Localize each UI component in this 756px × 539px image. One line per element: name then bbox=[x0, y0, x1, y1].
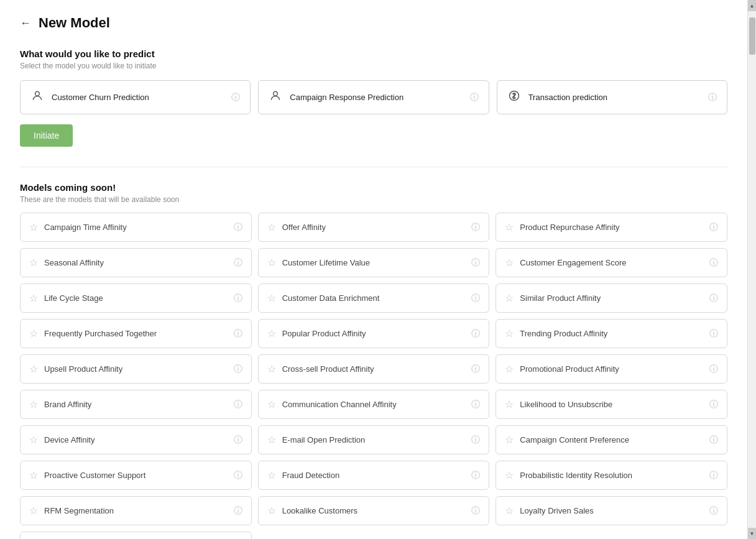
coming-soon-card: ☆ Similar Product Affinity ⓘ bbox=[496, 283, 727, 313]
info-icon[interactable]: ⓘ bbox=[234, 364, 242, 375]
info-icon[interactable]: ⓘ bbox=[470, 92, 479, 103]
info-icon[interactable]: ⓘ bbox=[234, 435, 242, 446]
star-icon: ☆ bbox=[267, 328, 276, 339]
back-button[interactable]: ← bbox=[20, 17, 31, 30]
info-icon[interactable]: ⓘ bbox=[709, 399, 718, 410]
coming-soon-card: ☆ Lookalike Customers ⓘ bbox=[258, 496, 490, 525]
info-icon[interactable]: ⓘ bbox=[709, 364, 718, 375]
info-icon[interactable]: ⓘ bbox=[471, 257, 480, 269]
coming-soon-card-label: Product Repurchase Affinity bbox=[520, 223, 619, 232]
info-icon[interactable]: ⓘ bbox=[471, 470, 480, 481]
coming-soon-card: ☆ Customer Engagement Score ⓘ bbox=[496, 248, 727, 277]
coming-soon-card-label: Promotional Product Affinity bbox=[520, 364, 619, 374]
coming-soon-card: ☆ Trending Product Affinity ⓘ bbox=[496, 319, 727, 348]
coming-soon-card-label: Communication Channel Affinity bbox=[282, 400, 397, 409]
info-icon[interactable]: ⓘ bbox=[231, 92, 240, 103]
coming-soon-card: ☆ Life Cycle Stage ⓘ bbox=[20, 283, 252, 313]
coming-soon-card-label: Lookalike Customers bbox=[282, 506, 357, 515]
coming-soon-card: ☆ Campaign Time Affinity ⓘ bbox=[20, 213, 252, 242]
coming-soon-card: ☆ RFM Segmentation ⓘ bbox=[20, 496, 252, 525]
coming-soon-sublabel: These are the models that will be availa… bbox=[20, 195, 727, 204]
info-icon[interactable]: ⓘ bbox=[234, 222, 242, 233]
coming-soon-card: ☆ Proactive Customer Support ⓘ bbox=[20, 461, 252, 490]
scroll-down-button[interactable]: ▼ bbox=[748, 528, 757, 539]
initiate-button[interactable]: Initiate bbox=[20, 124, 73, 147]
star-icon: ☆ bbox=[29, 292, 38, 304]
star-icon: ☆ bbox=[29, 434, 38, 446]
coming-soon-card-label: Campaign Content Preference bbox=[520, 435, 629, 445]
coming-soon-card: ☆ Promotional Product Affinity ⓘ bbox=[496, 354, 727, 384]
coming-soon-card-label: Popular Product Affinity bbox=[282, 329, 366, 338]
info-icon[interactable]: ⓘ bbox=[471, 293, 480, 304]
svg-point-1 bbox=[274, 91, 278, 96]
info-icon[interactable]: ⓘ bbox=[234, 470, 242, 481]
coming-soon-card-label: Device Affinity bbox=[44, 435, 94, 445]
coming-soon-card: ☆ Likelihood to Unsubscribe ⓘ bbox=[496, 390, 727, 419]
star-icon: ☆ bbox=[267, 398, 276, 410]
model-cards-row: Customer Churn Prediction ⓘ Campaign Res… bbox=[20, 80, 727, 114]
star-icon: ☆ bbox=[29, 469, 38, 481]
model-card-transaction[interactable]: Transaction prediction ⓘ bbox=[497, 80, 727, 114]
info-icon[interactable]: ⓘ bbox=[234, 257, 242, 269]
coming-soon-card-label: Proactive Customer Support bbox=[44, 471, 145, 480]
info-icon[interactable]: ⓘ bbox=[234, 505, 242, 517]
info-icon[interactable]: ⓘ bbox=[471, 505, 480, 517]
coming-soon-card: ☆ Brand Affinity ⓘ bbox=[20, 390, 252, 419]
info-icon[interactable]: ⓘ bbox=[234, 293, 242, 304]
info-icon[interactable]: ⓘ bbox=[471, 222, 480, 233]
star-icon: ☆ bbox=[267, 469, 276, 481]
info-icon[interactable]: ⓘ bbox=[709, 435, 718, 446]
coming-soon-section: Models coming soon! These are the models… bbox=[20, 182, 727, 539]
coming-soon-card-label: Cross-sell Product Affinity bbox=[282, 364, 374, 374]
coming-soon-card: ☆ Popular Product Affinity ⓘ bbox=[258, 319, 490, 348]
info-icon[interactable]: ⓘ bbox=[471, 435, 480, 446]
star-icon: ☆ bbox=[267, 434, 276, 446]
info-icon[interactable]: ⓘ bbox=[709, 293, 718, 304]
coming-soon-card: ☆ Probabilistic Identity Resolution ⓘ bbox=[496, 461, 727, 490]
page-title: New Model bbox=[39, 15, 110, 31]
coming-soon-card-label: Likelihood to Unsubscribe bbox=[520, 400, 612, 409]
scroll-up-button[interactable]: ▲ bbox=[748, 0, 757, 11]
coming-soon-card-label: Campaign Time Affinity bbox=[44, 223, 127, 232]
predict-section: What would you like to predict Select th… bbox=[20, 48, 727, 162]
star-icon: ☆ bbox=[29, 505, 38, 517]
person-icon bbox=[269, 90, 282, 105]
coming-soon-card: ☆ Loyalty Incentives Preference ⓘ bbox=[20, 532, 252, 539]
info-icon[interactable]: ⓘ bbox=[708, 92, 717, 103]
info-icon[interactable]: ⓘ bbox=[709, 222, 718, 233]
star-icon: ☆ bbox=[29, 328, 38, 339]
predict-sublabel: Select the model you would like to initi… bbox=[20, 62, 727, 70]
coming-soon-card-label: Loyalty Driven Sales bbox=[520, 506, 594, 515]
coming-soon-card: ☆ Cross-sell Product Affinity ⓘ bbox=[258, 354, 490, 384]
info-icon[interactable]: ⓘ bbox=[709, 470, 718, 481]
info-icon[interactable]: ⓘ bbox=[709, 328, 718, 339]
star-icon: ☆ bbox=[505, 363, 514, 375]
coming-soon-grid: ☆ Campaign Time Affinity ⓘ ☆ Seasonal Af… bbox=[20, 213, 727, 539]
model-card-customer-churn[interactable]: Customer Churn Prediction ⓘ bbox=[20, 80, 251, 114]
scrollbar-thumb bbox=[749, 17, 755, 55]
info-icon[interactable]: ⓘ bbox=[709, 505, 718, 517]
info-icon[interactable]: ⓘ bbox=[471, 364, 480, 375]
info-icon[interactable]: ⓘ bbox=[234, 399, 242, 410]
section-divider bbox=[20, 167, 727, 167]
star-icon: ☆ bbox=[505, 398, 514, 410]
info-icon[interactable]: ⓘ bbox=[234, 328, 242, 339]
coming-soon-card: ☆ Offer Affinity ⓘ bbox=[258, 213, 490, 242]
info-icon[interactable]: ⓘ bbox=[471, 399, 480, 410]
person-icon bbox=[30, 90, 44, 105]
coming-soon-label: Models coming soon! bbox=[20, 182, 727, 193]
coming-soon-card: ☆ Campaign Content Preference ⓘ bbox=[496, 425, 727, 454]
star-icon: ☆ bbox=[505, 257, 514, 269]
svg-point-0 bbox=[35, 91, 40, 96]
coming-soon-card: ☆ Loyalty Driven Sales ⓘ bbox=[496, 496, 727, 525]
star-icon: ☆ bbox=[29, 257, 38, 269]
coming-soon-card-label: Fraud Detection bbox=[282, 471, 340, 480]
info-icon[interactable]: ⓘ bbox=[709, 257, 718, 269]
info-icon[interactable]: ⓘ bbox=[471, 328, 480, 339]
model-card-campaign-response[interactable]: Campaign Response Prediction ⓘ bbox=[258, 80, 489, 114]
coming-soon-card-label: Trending Product Affinity bbox=[520, 329, 607, 338]
coming-soon-card: ☆ E-mail Open Prediction ⓘ bbox=[258, 425, 490, 454]
model-card-label: Customer Churn Prediction bbox=[52, 93, 149, 102]
coming-soon-card-label: Similar Product Affinity bbox=[520, 293, 601, 303]
star-icon: ☆ bbox=[505, 505, 514, 517]
